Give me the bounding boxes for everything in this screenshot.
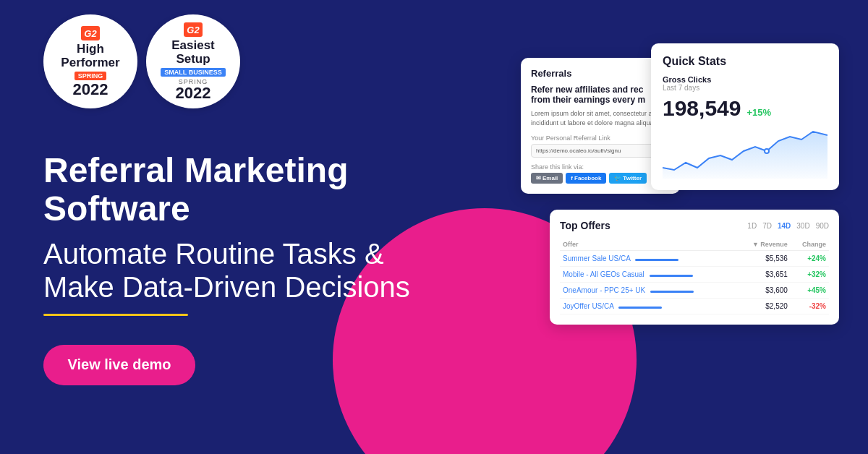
tab-14d[interactable]: 14D — [778, 222, 791, 230]
col-revenue: ▼ Revenue — [737, 239, 791, 251]
referrals-title: Referrals — [531, 68, 670, 79]
table-row: JoyOffer US/CA $2,520 -32% — [560, 299, 829, 314]
table-row: Summer Sale US/CA $5,536 +24% — [560, 251, 829, 267]
share-buttons: ✉ Email f Facebook 🐦 Twitter — [531, 173, 670, 184]
revenue-cell: $5,536 — [737, 251, 791, 267]
offer-link[interactable]: Mobile - All GEOs Casual — [563, 270, 644, 278]
badge-title-1b: Performer — [61, 56, 119, 70]
top-offers-panel: Top Offers 1D 7D 14D 30D 90D Offer ▼ Rev… — [550, 210, 839, 325]
badges-area: G2 High Performer SPRING 2022 G2 Easiest… — [43, 14, 492, 108]
badge-title-2b: Setup — [176, 53, 210, 67]
referral-link-label: Your Personal Referral Link — [531, 134, 670, 142]
gross-clicks-change: +15% — [746, 107, 771, 118]
g2-logo-1: G2 — [80, 25, 101, 41]
email-share-button[interactable]: ✉ Email — [531, 173, 563, 184]
gross-clicks-label: Gross Clicks — [663, 75, 827, 84]
headline-regular-1: Automate Routine Tasks & — [43, 237, 492, 270]
badge-year-1: 2022 — [73, 82, 109, 98]
badge-title-2: Easiest — [171, 39, 215, 53]
referrals-heading: Refer new affiliates and recfrom their e… — [531, 85, 670, 105]
table-row: OneAmour - PPC 25+ UK $3,600 +45% — [560, 283, 829, 299]
quick-stats-title: Quick Stats — [663, 55, 827, 68]
offer-link[interactable]: OneAmour - PPC 25+ UK — [563, 286, 645, 294]
quick-stats-panel: Quick Stats Gross Clicks Last 7 days 198… — [651, 43, 839, 190]
referrals-body: Lorem ipsum dolor sit amet, consectetur … — [531, 109, 670, 127]
top-offers-table: Offer ▼ Revenue Change Summer Sale US/CA… — [560, 239, 829, 314]
col-change: Change — [791, 239, 829, 251]
tab-30d[interactable]: 30D — [796, 222, 809, 230]
twitter-share-button[interactable]: 🐦 Twitter — [609, 173, 647, 184]
high-performer-badge: G2 High Performer SPRING 2022 — [43, 14, 137, 108]
left-content-area: G2 High Performer SPRING 2022 G2 Easiest… — [43, 0, 492, 454]
top-offers-tabs: 1D 7D 14D 30D 90D — [747, 222, 829, 230]
top-offers-header: Top Offers 1D 7D 14D 30D 90D — [560, 220, 829, 231]
metric-value-row: 198,549 +15% — [663, 96, 827, 121]
right-panels: Referrals Refer new affiliates and recfr… — [506, 0, 868, 454]
share-label: Share this link via: — [531, 163, 670, 171]
top-offers-title: Top Offers — [560, 220, 610, 231]
facebook-share-button[interactable]: f Facebook — [566, 173, 606, 184]
view-demo-button[interactable]: View live demo — [43, 345, 195, 385]
badge-subtitle-2: Small Business — [161, 68, 225, 77]
tab-90d[interactable]: 90D — [816, 222, 829, 230]
table-row: Mobile - All GEOs Casual $3,651 +32% — [560, 267, 829, 283]
badge-year-2: 2022 — [176, 85, 211, 101]
headline-bold: Referral Marketing Software — [43, 152, 492, 228]
easiest-setup-badge: G2 Easiest Setup Small Business SPRING 2… — [146, 14, 240, 108]
gross-clicks-chart — [663, 128, 827, 179]
badge-subtitle-1: SPRING — [75, 72, 107, 80]
underline-decoration — [43, 314, 188, 316]
offer-link[interactable]: Summer Sale US/CA — [563, 254, 630, 262]
svg-point-1 — [765, 150, 768, 153]
gross-clicks-value: 198,549 — [663, 96, 741, 121]
revenue-cell: $2,520 — [737, 299, 791, 314]
change-cell: -32% — [791, 299, 829, 314]
col-offer: Offer — [560, 239, 737, 251]
tab-7d[interactable]: 7D — [762, 222, 772, 230]
revenue-cell: $3,651 — [737, 267, 791, 283]
metric-period: Last 7 days — [663, 84, 827, 92]
tab-1d[interactable]: 1D — [747, 222, 757, 230]
badge-title-1: High — [77, 43, 104, 56]
headline-regular-2: Make Data-Driven Decisions — [43, 270, 492, 304]
background: G2 High Performer SPRING 2022 G2 Easiest… — [0, 0, 868, 454]
offer-link[interactable]: JoyOffer US/CA — [563, 302, 613, 310]
referral-link-value: https://demo.ocaleo.io/auth/signu — [531, 144, 670, 158]
change-cell: +45% — [791, 283, 829, 299]
change-cell: +24% — [791, 251, 829, 267]
g2-logo-2: G2 — [183, 22, 203, 38]
change-cell: +32% — [791, 267, 829, 283]
revenue-cell: $3,600 — [737, 283, 791, 299]
